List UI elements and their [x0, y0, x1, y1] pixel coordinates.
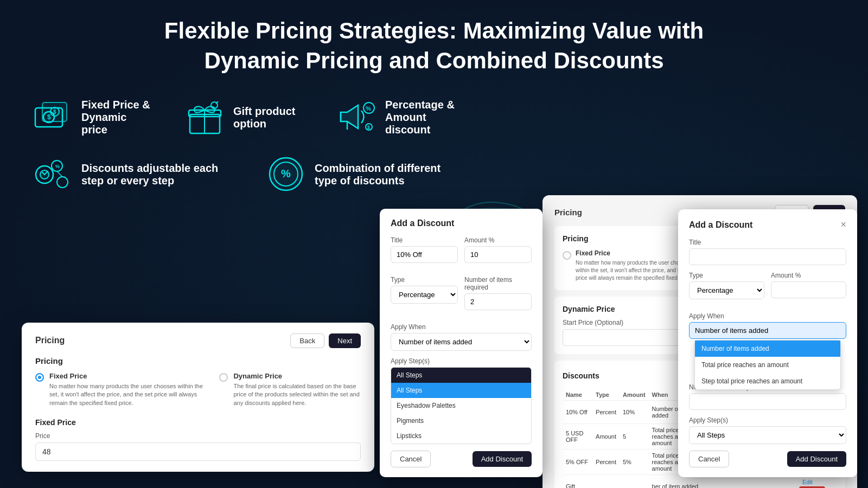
small-fixed-price-radio[interactable]	[35, 373, 44, 382]
modal1-applywhen-select[interactable]: Number of items added	[391, 333, 532, 351]
discount-type-3	[592, 475, 620, 489]
feature-combination: % Combination of different type of disco…	[266, 154, 456, 195]
modal2-applysteps-label: Apply Step(s)	[689, 416, 846, 424]
price-field-label: Price	[35, 432, 361, 440]
add-discount-modal-1: Add a Discount Title Amount % Type Perce…	[380, 209, 542, 477]
large-fixed-price-radio[interactable]	[563, 251, 571, 260]
discount-name-2: 5% OFF	[563, 450, 592, 475]
apply-when-item-1[interactable]: Number of items added	[695, 341, 840, 357]
feature-discount-steps: % Discounts adjustable each step or ever…	[33, 154, 222, 195]
small-fixed-price-option[interactable]: Fixed Price No matter how many products …	[35, 372, 203, 407]
svg-text:%: %	[281, 168, 291, 179]
dropdown-item-lipsticks[interactable]: Lipsticks	[391, 428, 531, 444]
svg-point-18	[57, 177, 68, 188]
modal2-amount-input[interactable]	[771, 281, 846, 298]
discount-type-0: Percent	[592, 401, 620, 424]
dropdown-item-eyeshadow[interactable]: Eyeshadow Palettes	[391, 398, 531, 413]
small-dynamic-price-desc: The final price is calculated based on t…	[233, 382, 361, 407]
apply-when-dropdown: Number of items added Total price reache…	[694, 340, 841, 390]
modal2-add-button[interactable]: Add Discount	[787, 451, 846, 467]
large-fixed-price-option[interactable]: Fixed Price No matter how many products …	[563, 249, 694, 282]
small-dynamic-price-radio[interactable]	[219, 373, 228, 382]
fixed-price-section-label: Fixed Price	[35, 418, 361, 427]
feature-fixed-price: $ $ Fixed Price & Dynamic price	[33, 97, 152, 138]
features-row-2: % Discounts adjustable each step or ever…	[0, 149, 868, 200]
main-title: Flexible Pricing Strategies: Maximizing …	[0, 0, 868, 86]
large-panel-title: Pricing	[554, 208, 582, 217]
discount-amount-1: 5	[620, 424, 649, 450]
dropdown-item-allsteps-top[interactable]: All Steps	[391, 368, 531, 383]
money-icon: $ $	[33, 97, 73, 138]
discount-amount-0: 10%	[620, 401, 649, 424]
col-type: Type	[592, 389, 620, 401]
modal1-cancel-button[interactable]: Cancel	[391, 451, 431, 467]
col-name: Name	[563, 389, 592, 401]
modal2-type-select[interactable]: Percentage	[689, 281, 764, 299]
discount-type-1: Amount	[592, 424, 620, 450]
modal2-cancel-button[interactable]: Cancel	[689, 451, 729, 467]
small-card-back-button[interactable]: Back	[290, 333, 324, 348]
svg-text:$: $	[367, 125, 370, 130]
modal2-numitems-input[interactable]	[689, 393, 846, 410]
modal1-number-label: Number of items required	[464, 276, 532, 291]
large-fixed-price-label: Fixed Price	[576, 249, 694, 257]
small-fixed-price-label: Fixed Price	[49, 372, 203, 380]
megaphone-icon: % $	[336, 97, 377, 138]
modal2-title-label: Title	[689, 239, 846, 246]
price-input[interactable]	[35, 442, 361, 461]
svg-text:$: $	[53, 109, 56, 115]
modal1-amount-input[interactable]	[464, 246, 532, 263]
discount-name-3: Gift	[563, 475, 592, 489]
feature-gift-product: Gift product option	[184, 97, 304, 138]
pricing-card-small: Pricing Back Next Pricing Fixed Price No…	[22, 323, 374, 472]
apply-steps-dropdown: All Steps All Steps Eyeshadow Palettes P…	[391, 367, 532, 444]
discounts-title: Discounts	[563, 371, 599, 380]
col-amount: Amount	[620, 389, 649, 401]
modal2-applysteps-select[interactable]: All Steps	[689, 426, 846, 444]
modal1-applysteps-label: Apply Step(s)	[391, 357, 532, 365]
apply-when-item-3[interactable]: Step total price reaches an amount	[695, 373, 840, 389]
modal2-amount-label: Amount %	[771, 272, 846, 279]
discount-name-1: 5 USD OFF	[563, 424, 592, 450]
modal1-type-label: Type	[391, 276, 458, 284]
small-card-next-button[interactable]: Next	[329, 333, 361, 348]
modal1-type-select[interactable]: Percentage	[391, 286, 458, 304]
large-fixed-price-desc: No matter how many products the user cho…	[576, 259, 694, 282]
small-dynamic-price-label: Dynamic Price	[233, 372, 361, 380]
discount-type-2: Percent	[592, 450, 620, 475]
dropdown-item-allsteps[interactable]: All Steps	[391, 383, 531, 398]
features-row-1: $ $ Fixed Price & Dynamic price Gift pro…	[0, 86, 868, 149]
modal2-type-label: Type	[689, 272, 764, 279]
modal1-title-input[interactable]	[391, 246, 458, 263]
add-discount-modal-2: Add a Discount × Title Type Percentage A…	[678, 209, 857, 477]
small-card-title: Pricing	[35, 336, 65, 345]
dropdown-item-pigments[interactable]: Pigments	[391, 413, 531, 428]
modal1-add-button[interactable]: Add Discount	[473, 451, 532, 467]
modal1-amount-label: Amount %	[464, 236, 532, 244]
discount-amount-3	[620, 475, 649, 489]
discount-steps-icon: %	[33, 154, 73, 195]
modal2-title-input[interactable]	[689, 248, 846, 265]
gift-icon	[184, 97, 225, 138]
modal1-title: Add a Discount	[391, 219, 532, 228]
svg-text:%: %	[55, 164, 60, 169]
percent-icon: %	[266, 154, 307, 195]
discount-name-0: 10% Off	[563, 401, 592, 424]
modal1-title-label: Title	[391, 236, 458, 244]
modal1-applywhen-label: Apply When	[391, 323, 532, 331]
discount-amount-2: 5%	[620, 450, 649, 475]
small-pricing-section-title: Pricing	[35, 356, 361, 365]
apply-when-item-2[interactable]: Total price reaches an amount	[695, 357, 840, 373]
feature-percentage: % $ Percentage & Amount discount	[336, 97, 456, 138]
edit-button-3[interactable]: Edit	[799, 478, 816, 486]
small-fixed-price-desc: No matter how many products the user cho…	[49, 382, 203, 407]
modal2-applywhen-label: Apply When	[689, 312, 846, 320]
modal1-number-input[interactable]	[464, 293, 532, 310]
svg-text:%: %	[366, 105, 371, 112]
small-dynamic-price-option[interactable]: Dynamic Price The final price is calcula…	[219, 372, 361, 407]
modal2-applywhen-input[interactable]	[689, 322, 846, 339]
ui-cards-container: Pricing Back Next Pricing Fixed Price No…	[0, 206, 868, 488]
modal2-close-button[interactable]: ×	[840, 219, 846, 230]
modal2-title: Add a Discount	[689, 220, 752, 230]
